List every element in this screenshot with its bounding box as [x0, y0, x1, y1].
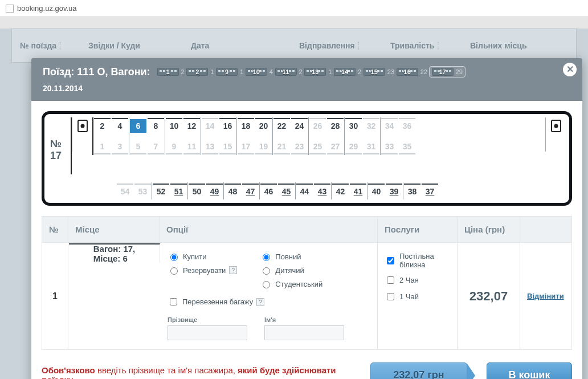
- seat-11: 11: [183, 140, 200, 154]
- seat-18[interactable]: 18: [238, 118, 254, 133]
- wagon-selector-14[interactable]: 142: [334, 68, 361, 76]
- passenger-seat-cell: Вагон: 17, Місце: 6: [69, 243, 160, 263]
- wagon-selector-15[interactable]: 1523: [364, 68, 394, 76]
- seat-48[interactable]: 48: [224, 184, 241, 198]
- seat-51[interactable]: 51: [170, 184, 187, 198]
- seat-20[interactable]: 20: [255, 118, 272, 133]
- browser-address-bar: booking.uz.gov.ua: [0, 0, 588, 17]
- wagon-selector-10[interactable]: 104: [246, 68, 273, 76]
- seat-9: 9: [166, 140, 182, 154]
- passenger-table-header: № Місце Опції Послуги Ціна (грн): [42, 217, 571, 242]
- wagon-selector-16[interactable]: 1622: [397, 68, 427, 76]
- passenger-options-cell: Купити Резервувати? Повний Дитячий Студе…: [161, 243, 378, 349]
- pth-options: Опції: [160, 217, 378, 242]
- seat-12[interactable]: 12: [183, 118, 200, 133]
- seat-38[interactable]: 38: [404, 184, 420, 198]
- seat-24[interactable]: 24: [291, 118, 308, 133]
- seat-50[interactable]: 50: [189, 184, 205, 198]
- checkbox-baggage[interactable]: [170, 298, 177, 305]
- seat-15: 15: [219, 140, 236, 154]
- coach-number-label: № 17: [48, 117, 72, 174]
- wagon-selector-17[interactable]: 1729: [430, 67, 465, 77]
- seat-54: 54: [117, 184, 133, 198]
- seat-47[interactable]: 47: [242, 184, 259, 198]
- seat-40[interactable]: 40: [368, 184, 385, 198]
- col-duration[interactable]: Тривалість: [390, 41, 434, 50]
- seat-30[interactable]: 30: [345, 118, 362, 133]
- seat-selection-modal: ✕ Поїзд: 111 О, Вагони: 12 21 91 104 112…: [31, 58, 582, 379]
- seat-53: 53: [134, 184, 151, 198]
- seat-35: 35: [399, 140, 415, 154]
- radio-child[interactable]: [263, 267, 270, 275]
- pth-price: Ціна (грн): [458, 217, 520, 242]
- lastname-input[interactable]: [168, 325, 247, 340]
- seat-49[interactable]: 49: [206, 184, 223, 198]
- seat-13: 13: [202, 140, 218, 154]
- col-date[interactable]: Дата: [191, 41, 209, 50]
- seat-17: 17: [238, 140, 254, 154]
- col-departure[interactable]: Відправлення: [299, 41, 355, 50]
- modal-title: Поїзд: 111 О, Вагони:: [43, 66, 150, 78]
- seat-16[interactable]: 16: [219, 118, 236, 133]
- passenger-price-cell: 232,07: [458, 243, 520, 349]
- seat-22[interactable]: 22: [273, 118, 290, 133]
- wagon-selector-13[interactable]: 131: [304, 68, 332, 76]
- seat-42[interactable]: 42: [332, 184, 349, 198]
- seat-46[interactable]: 46: [260, 184, 277, 198]
- wagon-selector-9[interactable]: 91: [216, 68, 243, 76]
- seat-41[interactable]: 41: [350, 184, 366, 198]
- col-from-to[interactable]: Звідки / Куди: [88, 41, 140, 50]
- page-background: № поїзда↑↓ Звідки / Куди Дата Відправлен…: [0, 28, 588, 379]
- close-icon[interactable]: ✕: [563, 63, 577, 76]
- seat-6[interactable]: 6: [130, 118, 146, 133]
- add-to-cart-button[interactable]: В кошик: [487, 362, 572, 379]
- passenger-row: 1 Вагон: 17, Місце: 6 Купити Резервувати…: [42, 242, 571, 349]
- seat-52[interactable]: 52: [153, 184, 169, 198]
- firstname-input[interactable]: [264, 325, 344, 340]
- toilet-icon: [551, 120, 561, 132]
- coach-seat-map: № 17 24136857101291114161315182017192224…: [42, 111, 572, 206]
- seat-36: 36: [399, 118, 415, 133]
- pth-index: №: [42, 217, 68, 242]
- seat-3: 3: [112, 140, 128, 154]
- radio-buy[interactable]: [170, 254, 178, 261]
- col-train-number[interactable]: № поїзда: [20, 41, 56, 50]
- seat-44[interactable]: 44: [296, 184, 313, 198]
- favicon-placeholder: [6, 5, 14, 13]
- seat-21: 21: [273, 140, 290, 154]
- seat-4[interactable]: 4: [112, 118, 128, 133]
- label-lastname: Прізвище: [168, 316, 247, 323]
- help-icon[interactable]: ?: [256, 298, 264, 306]
- wagon-selector-11[interactable]: 112: [275, 68, 303, 76]
- wagon-selector-1[interactable]: 12: [157, 68, 185, 76]
- seat-43[interactable]: 43: [314, 184, 330, 198]
- modal-header: Поїзд: 111 О, Вагони: 12 21 91 104 112 1…: [31, 58, 582, 101]
- seat-10[interactable]: 10: [166, 118, 182, 133]
- radio-student[interactable]: [263, 281, 270, 288]
- checkbox-tea-1[interactable]: [387, 293, 394, 300]
- seat-8[interactable]: 8: [148, 118, 164, 133]
- label-firstname: Ім'я: [264, 316, 344, 323]
- cancel-passenger-link[interactable]: Відмінити: [527, 292, 564, 300]
- wagon-selector-2[interactable]: 21: [186, 68, 214, 76]
- seat-34: 34: [381, 118, 398, 133]
- passenger-index: 1: [42, 243, 68, 349]
- warning-text: Обов'язково введіть прізвище та ім'я пас…: [42, 365, 359, 379]
- results-table-header: № поїзда↑↓ Звідки / Куди Дата Відправлен…: [11, 28, 577, 63]
- seat-45[interactable]: 45: [278, 184, 295, 198]
- help-icon[interactable]: ?: [229, 266, 237, 274]
- seat-26: 26: [309, 118, 326, 133]
- pth-actions: [520, 217, 571, 242]
- toilet-front: [72, 117, 92, 152]
- checkbox-bedding[interactable]: [387, 257, 394, 264]
- modal-footer: Обов'язково введіть прізвище та ім'я пас…: [42, 362, 572, 379]
- col-free-seats[interactable]: Вільних місць: [470, 41, 526, 50]
- seat-28[interactable]: 28: [327, 118, 344, 133]
- radio-reserve[interactable]: [170, 267, 178, 275]
- checkbox-tea-2[interactable]: [387, 276, 394, 284]
- seat-14: 14: [202, 118, 218, 133]
- seat-37[interactable]: 37: [422, 184, 438, 198]
- radio-full[interactable]: [263, 254, 270, 261]
- seat-2[interactable]: 2: [94, 118, 111, 133]
- seat-39[interactable]: 39: [386, 184, 402, 198]
